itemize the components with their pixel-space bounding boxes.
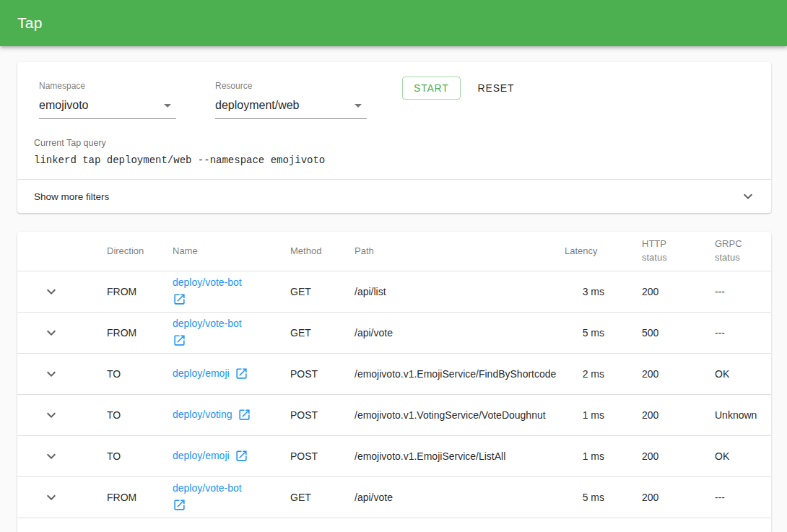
show-more-filters-label: Show more filters [34, 191, 109, 202]
resource-link[interactable]: deploy/voting [173, 409, 232, 422]
latency-cell: 5 ms [565, 476, 608, 518]
latency-cell: 1 ms [565, 435, 608, 476]
tap-results-card: Direction Name Method Path Latency HTTP … [17, 232, 771, 532]
path-cell: /emojivoto.v1.EmojiService/FindByShortco… [354, 353, 565, 394]
grpc-status-cell: --- [696, 312, 771, 353]
name-link-text: deploy/voting [173, 409, 232, 420]
expand-row-button[interactable] [43, 448, 60, 465]
grpc-status-cell: OK [696, 435, 771, 476]
current-tap-query-label: Current Tap query [34, 138, 754, 148]
chevron-down-icon [43, 406, 60, 424]
header-direction: Direction [105, 232, 172, 271]
name-link-text: deploy/vote-bot [173, 318, 242, 329]
expand-row-button[interactable] [43, 406, 60, 424]
direction-cell: FROM [105, 271, 172, 312]
http-status-cell: 200 [608, 271, 696, 312]
expand-row-button[interactable] [43, 283, 60, 300]
latency-cell: 2 ms [565, 353, 608, 394]
chevron-down-icon [43, 324, 60, 341]
open-in-new-icon[interactable] [238, 408, 251, 422]
expand-row-button[interactable] [43, 324, 60, 341]
name-cell-content: deploy/vote-bot [173, 482, 263, 513]
tap-query-command: linkerd tap deployment/web --namespace e… [34, 154, 754, 166]
resource-select[interactable]: Resource deployment/web [215, 81, 367, 119]
path-cell: /api/list [354, 271, 565, 312]
name-link-text: deploy/emoji [173, 450, 230, 461]
resource-select-label: Resource [215, 81, 367, 91]
tap-table: Direction Name Method Path Latency HTTP … [17, 232, 771, 518]
page-title: Tap [17, 14, 43, 32]
chevron-down-icon[interactable] [739, 188, 757, 205]
http-status-cell: 200 [608, 394, 696, 435]
name-cell-content: deploy/voting [173, 408, 263, 422]
latency-cell: 1 ms [565, 394, 608, 435]
open-in-new-icon[interactable] [173, 292, 186, 306]
namespace-select-value: emojivoto [39, 99, 88, 112]
path-cell: /api/vote [354, 476, 565, 518]
table-row: TO deploy/emoji POST /emojivoto.v1.Emoji… [17, 353, 771, 394]
http-status-cell: 200 [608, 435, 696, 476]
tap-filter-card: Namespace emojivoto Resource deployment/… [17, 62, 771, 213]
namespace-select[interactable]: Namespace emojivoto [39, 81, 176, 119]
name-link-text: deploy/emoji [173, 367, 230, 379]
resource-link[interactable]: deploy/vote-bot [173, 482, 242, 495]
chevron-down-icon [43, 448, 60, 465]
path-cell: /api/vote [354, 312, 565, 353]
name-cell-content: deploy/vote-bot [173, 318, 263, 348]
resource-select-value: deployment/web [215, 99, 300, 112]
namespace-select-label: Namespace [39, 81, 176, 91]
resource-link[interactable]: deploy/vote-bot [173, 318, 242, 331]
table-row: FROM deploy/vote-bot GET /api/vote 5 ms … [17, 476, 771, 518]
start-button[interactable]: START [402, 77, 461, 100]
show-more-filters-toggle[interactable]: Show more filters [17, 179, 771, 213]
header-path: Path [354, 232, 565, 271]
direction-cell: TO [105, 353, 172, 394]
caret-down-icon [159, 97, 176, 114]
filter-selects-row: Namespace emojivoto Resource deployment/… [17, 62, 771, 119]
grpc-status-cell: --- [696, 271, 771, 312]
resource-link[interactable]: deploy/emoji [173, 367, 230, 380]
resource-link[interactable]: deploy/vote-bot [173, 276, 242, 289]
table-row: FROM deploy/vote-bot GET /api/vote 5 ms … [17, 312, 771, 353]
open-in-new-icon[interactable] [235, 367, 248, 380]
method-cell: GET [289, 271, 354, 312]
chevron-down-icon [43, 283, 60, 300]
expand-row-button[interactable] [43, 489, 60, 506]
method-cell: POST [289, 394, 354, 435]
direction-cell: TO [105, 394, 172, 435]
open-in-new-icon[interactable] [173, 333, 186, 347]
method-cell: GET [289, 312, 354, 353]
chevron-down-icon [43, 489, 60, 506]
name-cell-content: deploy/emoji [173, 449, 263, 463]
path-cell: /emojivoto.v1.EmojiService/ListAll [354, 435, 565, 476]
table-header-row: Direction Name Method Path Latency HTTP … [17, 232, 771, 271]
header-http-status: HTTP status [608, 232, 696, 271]
latency-cell: 3 ms [565, 271, 608, 312]
latency-cell: 5 ms [565, 312, 608, 353]
table-row: FROM deploy/vote-bot GET /api/list 3 ms … [17, 271, 771, 312]
direction-cell: TO [105, 435, 172, 476]
reset-button[interactable]: RESET [471, 77, 522, 100]
name-link-text: deploy/vote-bot [173, 276, 242, 288]
open-in-new-icon[interactable] [173, 498, 186, 512]
resource-link[interactable]: deploy/emoji [173, 450, 230, 463]
grpc-status-cell: Unknown [696, 394, 771, 435]
table-row: TO deploy/emoji POST /emojivoto.v1.Emoji… [17, 435, 771, 476]
http-status-cell: 500 [608, 312, 696, 353]
caret-down-icon [349, 97, 367, 114]
name-cell-content: deploy/emoji [173, 367, 263, 380]
expand-row-button[interactable] [43, 365, 60, 383]
open-in-new-icon[interactable] [235, 449, 248, 463]
table-row: TO deploy/voting POST /emojivoto.v1.Voti… [17, 394, 771, 435]
chevron-down-icon [43, 365, 60, 383]
grpc-status-cell: --- [696, 476, 771, 518]
http-status-cell: 200 [608, 476, 696, 518]
app-bar: Tap [0, 0, 787, 46]
method-cell: POST [289, 353, 354, 394]
header-name: Name [172, 232, 289, 271]
name-cell-content: deploy/vote-bot [173, 276, 263, 307]
current-tap-query-section: Current Tap query linkerd tap deployment… [17, 119, 771, 179]
method-cell: GET [289, 476, 354, 518]
direction-cell: FROM [105, 312, 172, 353]
direction-cell: FROM [105, 476, 172, 518]
